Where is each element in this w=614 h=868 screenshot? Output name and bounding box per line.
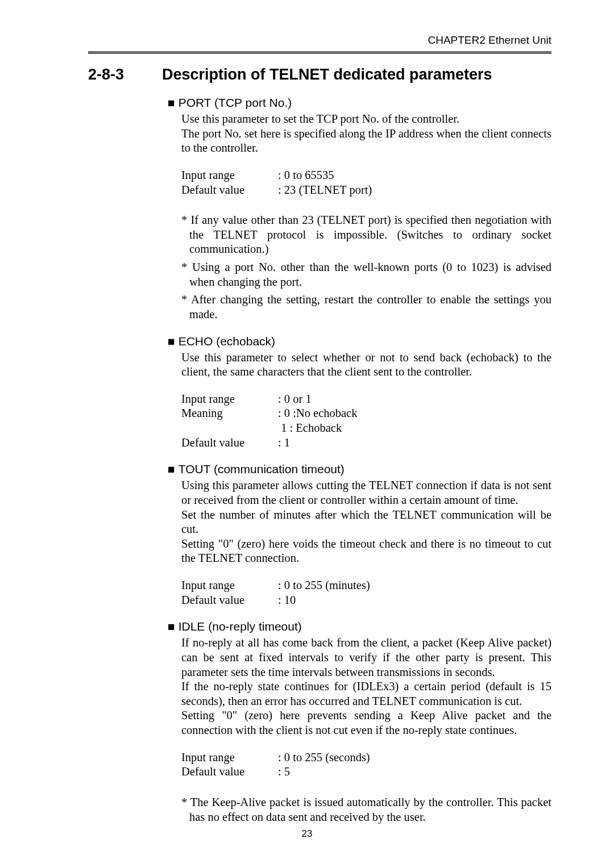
text: Using this parameter allows cutting the … [181,478,551,507]
param-echo-desc: Use this parameter to select whether or … [181,350,551,379]
bullet-square-icon: ■ [168,96,175,110]
kv-row: 1 : Echoback [181,421,551,436]
kv-label: Input range [181,750,278,765]
kv-row: Input range: 0 to 255 (seconds) [181,750,551,765]
kv-label: Default value [181,765,278,779]
param-idle-heading: ■IDLE (no-reply timeout) [168,620,551,633]
kv-row: Input range: 0 to 65535 [181,168,551,183]
text: Use this parameter to select whether or … [181,350,551,379]
kv-label: Input range [181,578,278,593]
kv-label: Default value [181,593,278,608]
param-port-kv: Input range: 0 to 65535 Default value: 2… [181,168,551,197]
kv-row: Input range: 0 to 255 (minutes) [181,578,551,593]
text: Setting "0" (zero) here voids the timeou… [181,537,551,566]
chapter-title: CHAPTER2 Ethernet Unit [428,34,551,47]
text: If the no-reply state continues for (IDL… [181,679,551,708]
param-port-heading: ■PORT (TCP port No.) [168,96,551,110]
kv-value: : 1 [278,436,290,449]
text: Use this parameter to set the TCP port N… [181,112,551,127]
kv-row: Default value: 10 [181,593,551,608]
param-idle-desc: If no-reply at all has come back from th… [181,636,551,737]
kv-value: 1 : Echoback [278,422,342,434]
header-rule [88,51,551,54]
kv-value: : 10 [278,594,296,606]
param-echo-kv: Input range: 0 or 1 Meaning: 0 :No echob… [181,392,551,450]
section-heading: 2-8-3Description of TELNET dedicated par… [88,66,551,84]
kv-row: Input range: 0 or 1 [181,392,551,407]
bullet-square-icon: ■ [168,620,175,633]
kv-value: : 23 (TELNET port) [278,183,372,196]
note: * After changing the setting, restart th… [189,293,551,322]
text: The port No. set here is specified along… [181,127,551,156]
page-content: 2-8-3Description of TELNET dedicated par… [88,66,551,824]
param-idle-title: IDLE (no-reply timeout) [179,620,302,633]
kv-label: Input range [181,392,278,407]
kv-row: Default value: 5 [181,765,551,779]
param-tout-kv: Input range: 0 to 255 (minutes) Default … [181,578,551,607]
kv-label: Default value [181,183,278,198]
text: If no-reply at all has come back from th… [181,636,551,679]
kv-value: : 0 to 65535 [278,169,334,181]
param-port-desc: Use this parameter to set the TCP port N… [181,112,551,156]
bullet-square-icon: ■ [168,462,175,476]
param-echo-title: ECHO (echoback) [179,335,275,348]
param-idle-kv: Input range: 0 to 255 (seconds) Default … [181,750,551,779]
text: Setting "0" (zero) here prevents sending… [181,708,551,737]
text: Set the number of minutes after which th… [181,508,551,537]
kv-label: Meaning [181,406,278,421]
kv-value: : 0 to 255 (seconds) [278,751,370,763]
document-page: CHAPTER2 Ethernet Unit 2-8-3Description … [0,0,614,868]
kv-row: Default value: 1 [181,436,551,450]
section-body: ■PORT (TCP port No.) Use this parameter … [168,96,551,824]
kv-value: : 0 to 255 (minutes) [278,579,370,591]
section-title: Description of TELNET dedicated paramete… [162,66,492,83]
bullet-square-icon: ■ [168,335,175,348]
kv-row: Default value: 23 (TELNET port) [181,183,551,198]
kv-label: Default value [181,436,278,450]
kv-label: Input range [181,168,278,183]
note: * If any value other than 23 (TELNET por… [189,213,551,257]
page-number: 23 [0,828,614,840]
param-tout-desc: Using this parameter allows cutting the … [181,478,551,566]
param-tout-heading: ■TOUT (communication timeout) [168,462,551,476]
kv-value: : 5 [278,765,290,778]
kv-value: : 0 :No echoback [278,407,357,419]
kv-row: Meaning: 0 :No echoback [181,406,551,421]
kv-value: : 0 or 1 [278,393,312,405]
note: * Using a port No. other than the well-k… [189,260,551,289]
section-number: 2-8-3 [88,66,162,84]
param-echo-heading: ■ECHO (echoback) [168,335,551,348]
note: * The Keep-Alive packet is issued automa… [189,795,551,824]
param-tout-title: TOUT (communication timeout) [179,462,345,475]
param-port-title: PORT (TCP port No.) [179,96,292,109]
